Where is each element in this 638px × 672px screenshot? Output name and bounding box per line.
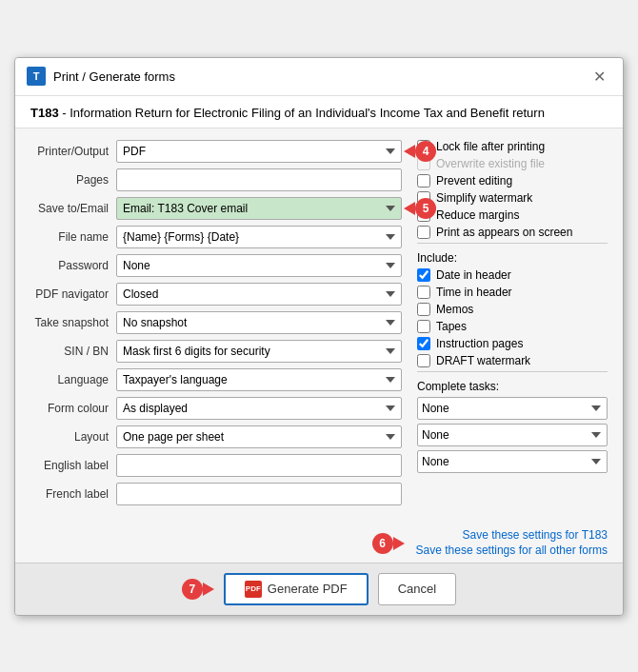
step6-indicator: 6 [372, 533, 405, 554]
password-label: Password [30, 259, 116, 272]
complete-task-select-1[interactable]: None [417, 397, 608, 420]
snapshot-label: Take snapshot [30, 316, 116, 329]
tapes-checkbox[interactable] [417, 320, 430, 333]
form-colour-row: Form colour As displayed [30, 397, 402, 420]
pdf-nav-select[interactable]: Closed [116, 283, 402, 306]
english-label-row: English label Client Copy [30, 454, 402, 477]
french-label-input[interactable] [116, 483, 402, 505]
overwrite-label: Overwrite existing file [436, 157, 545, 170]
form-code: T183 [30, 106, 59, 120]
complete-task-select-2[interactable]: None [417, 424, 608, 446]
file-name-select[interactable]: {Name} {Forms} {Date} [116, 226, 402, 248]
complete-task-select-3[interactable]: None [417, 450, 608, 473]
save-to-select-wrapper: Email: T183 Cover email 5 [116, 197, 402, 220]
printer-select[interactable]: PDF [116, 140, 402, 163]
divider2 [417, 371, 608, 372]
language-wrapper: Taxpayer's language [116, 368, 402, 391]
pdf-nav-row: PDF navigator Closed [30, 283, 402, 306]
memos-checkbox[interactable] [417, 303, 430, 316]
layout-select[interactable]: One page per sheet [116, 425, 402, 448]
print-as-appears-row: Print as appears on screen [417, 226, 608, 239]
right-panel: Lock file after printing Overwrite exist… [417, 140, 608, 511]
instruction-pages-checkbox[interactable] [417, 337, 430, 350]
simplify-watermark-label: Simplify watermark [436, 191, 532, 205]
form-colour-select[interactable]: As displayed [116, 397, 402, 420]
print-dialog: T Print / Generate forms ✕ T183 - Inform… [14, 57, 624, 616]
sin-bn-row: SIN / BN Mask first 6 digits for securit… [30, 340, 402, 363]
printer-label: Printer/Output [30, 145, 116, 158]
tapes-label: Tapes [436, 320, 467, 333]
prevent-editing-label: Prevent editing [436, 174, 512, 188]
tapes-row: Tapes [417, 320, 608, 333]
time-in-header-row: Time in header [417, 286, 608, 299]
language-row: Language Taxpayer's language [30, 368, 402, 391]
prevent-editing-row: Prevent editing [417, 174, 608, 188]
options-group: Lock file after printing Overwrite exist… [417, 140, 608, 239]
file-name-row: File name {Name} {Forms} {Date} [30, 226, 402, 248]
step5-badge: 5 [415, 198, 436, 219]
generate-label: Generate PDF [268, 582, 348, 596]
snapshot-select[interactable]: No snapshot [116, 311, 402, 334]
layout-label: Layout [30, 430, 116, 444]
save-all-link[interactable]: Save these settings for all other forms [416, 544, 608, 557]
lock-file-label: Lock file after printing [436, 140, 545, 153]
step7-arrow [203, 583, 214, 596]
save-links-area: 6 Save these settings for T183 Save thes… [15, 523, 623, 563]
print-as-appears-checkbox[interactable] [417, 226, 430, 239]
reduce-margins-label: Reduce margins [436, 208, 519, 222]
simplify-watermark-row: Simplify watermark [417, 191, 608, 205]
time-in-header-checkbox[interactable] [417, 286, 430, 299]
step5-arrow [404, 202, 415, 215]
language-label: Language [30, 373, 116, 386]
save-to-row: Save to/Email Email: T183 Cover email 5 [30, 197, 402, 220]
instruction-pages-row: Instruction pages [417, 337, 608, 350]
footer: 7 PDF Generate PDF Cancel [15, 563, 623, 615]
include-label: Include: [417, 251, 608, 265]
cancel-button[interactable]: Cancel [378, 573, 456, 605]
sin-bn-label: SIN / BN [30, 345, 116, 358]
save-t183-link[interactable]: Save these settings for T183 [462, 528, 608, 542]
pages-input[interactable]: All (or select, eg: 1,4,6-7) [116, 168, 402, 191]
pdf-nav-label: PDF navigator [30, 287, 116, 301]
left-panel: Printer/Output PDF 4 Pages All (or selec… [30, 140, 402, 511]
generate-pdf-button[interactable]: PDF Generate PDF [224, 573, 369, 605]
instruction-pages-label: Instruction pages [436, 337, 523, 350]
pages-row: Pages All (or select, eg: 1,4,6-7) [30, 168, 402, 191]
french-label-row: French label [30, 483, 402, 505]
step4-indicator: 4 [404, 141, 436, 162]
subtitle: T183 - Information Return for Electronic… [15, 96, 623, 128]
main-content: Printer/Output PDF 4 Pages All (or selec… [15, 128, 623, 523]
date-in-header-row: Date in header [417, 268, 608, 282]
divider1 [417, 243, 608, 244]
step7-badge: 7 [182, 579, 203, 600]
printer-row: Printer/Output PDF 4 [30, 140, 402, 163]
step4-arrow [404, 145, 415, 158]
prevent-editing-checkbox[interactable] [417, 174, 430, 188]
title-bar-left: T Print / Generate forms [27, 67, 175, 86]
save-to-select[interactable]: Email: T183 Cover email [116, 197, 402, 220]
layout-row: Layout One page per sheet [30, 425, 402, 448]
password-select[interactable]: None [116, 254, 402, 277]
french-label-label: French label [30, 487, 116, 501]
title-bar: T Print / Generate forms ✕ [15, 58, 623, 96]
password-wrapper: None [116, 254, 402, 277]
draft-watermark-row: DRAFT watermark [417, 354, 608, 367]
language-select[interactable]: Taxpayer's language [116, 368, 402, 391]
password-row: Password None [30, 254, 402, 277]
snapshot-wrapper: No snapshot [116, 311, 402, 334]
memos-label: Memos [436, 303, 473, 316]
form-colour-label: Form colour [30, 402, 116, 415]
reduce-margins-row: Reduce margins [417, 208, 608, 222]
date-in-header-label: Date in header [436, 268, 511, 282]
pdf-icon: PDF [245, 581, 262, 598]
printer-select-wrapper: PDF 4 [116, 140, 402, 163]
sin-bn-wrapper: Mask first 6 digits for security [116, 340, 402, 363]
layout-wrapper: One page per sheet [116, 425, 402, 448]
lock-file-row: Lock file after printing [417, 140, 608, 153]
close-button[interactable]: ✕ [588, 66, 611, 88]
date-in-header-checkbox[interactable] [417, 268, 430, 282]
draft-watermark-checkbox[interactable] [417, 354, 430, 367]
english-label-input[interactable]: Client Copy [116, 454, 402, 477]
sin-bn-select[interactable]: Mask first 6 digits for security [116, 340, 402, 363]
save-links-container: Save these settings for T183 Save these … [416, 528, 608, 559]
